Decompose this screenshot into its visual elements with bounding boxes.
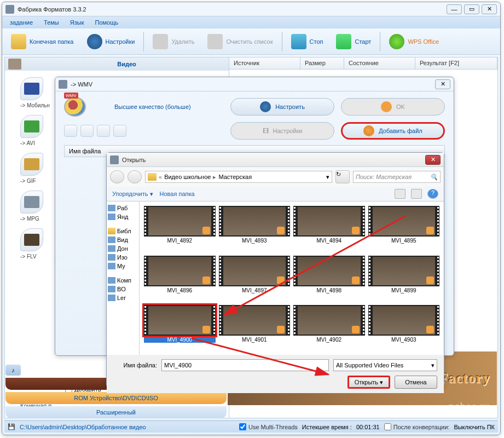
tree-item[interactable]: Янд (108, 212, 138, 221)
format-icon (24, 196, 39, 208)
file-thumb[interactable]: MVI_4898 (293, 256, 365, 301)
sidebar-item-1[interactable] (20, 115, 43, 138)
organize-menu[interactable]: Упорядочить ▾ (112, 191, 153, 198)
breadcrumb[interactable]: « Видео школьное ▸ Мастерская ▾ (145, 171, 332, 183)
output-path[interactable]: C:\Users\admin\Desktop\Обработанное виде… (20, 424, 235, 430)
music-icon (108, 263, 115, 269)
file-thumb[interactable]: MVI_4892 (144, 206, 216, 251)
search-input[interactable]: Поиск: Мастерская 🔍 (353, 171, 441, 183)
video-icon (108, 237, 115, 243)
ok-arrow-icon (381, 101, 392, 112)
wmv-titlebar[interactable]: -> WMV ✕ (55, 77, 454, 91)
file-thumb[interactable]: MVI_4897 (219, 256, 291, 301)
advanced-tab[interactable]: Расширенный (5, 406, 227, 418)
after-convert-checkbox[interactable]: После конвертации: (384, 423, 450, 430)
remove-button[interactable] (80, 125, 94, 137)
sidebar-item-0[interactable] (20, 77, 43, 100)
open-button[interactable]: Открыть ▾ (347, 376, 390, 389)
col-result[interactable]: Результат [F2] (415, 57, 497, 69)
tree-item[interactable]: Му (108, 262, 138, 270)
sidebar-item-4[interactable] (20, 228, 43, 251)
ok-button[interactable]: OK (341, 98, 445, 116)
file-thumb[interactable]: MVI_4894 (293, 206, 365, 251)
nav-back-button[interactable] (110, 170, 124, 183)
tree-item[interactable]: Комп (108, 276, 138, 285)
minimize-button[interactable]: — (447, 4, 462, 14)
nav-forward-button[interactable] (128, 170, 142, 183)
col-source[interactable]: Источник (229, 57, 300, 69)
quality-link[interactable]: Высшее качество (больше) (114, 103, 191, 110)
tree-item[interactable]: Вид (108, 235, 138, 244)
menu-help[interactable]: Помощь (90, 18, 123, 27)
file-thumb[interactable]: MVI_4902 (293, 305, 365, 350)
music-tab[interactable]: ♪ (5, 365, 21, 376)
col-size[interactable]: Размер (300, 57, 344, 69)
menu-task[interactable]: задание (5, 18, 37, 27)
range-button[interactable] (113, 125, 126, 137)
tree-item[interactable]: BO (108, 285, 138, 293)
sidebar-item-3[interactable] (20, 191, 43, 214)
file-grid[interactable]: MVI_4892MVI_4893MVI_4894MVI_4895MVI_4896… (140, 201, 444, 355)
folder-icon (148, 173, 157, 181)
file-thumb[interactable]: MVI_4899 (368, 256, 440, 301)
add-file-button[interactable]: Добавить файл (341, 122, 445, 140)
stop-button[interactable]: Стоп (287, 32, 328, 51)
file-filter-combo[interactable]: All Supported Video Files▾ (333, 359, 437, 371)
menu-language[interactable]: Язык (66, 18, 89, 27)
wps-button[interactable]: WPS Office (385, 32, 443, 51)
file-thumb[interactable]: MVI_4903 (368, 305, 440, 350)
refresh-button[interactable]: ↻ (335, 170, 350, 183)
cancel-button[interactable]: Отмена (395, 376, 437, 389)
new-folder-button[interactable]: Новая папка (160, 191, 195, 197)
menu-themes[interactable]: Темы (39, 18, 63, 27)
filename-input[interactable] (161, 359, 329, 371)
output-settings-button[interactable]: 🎞Настройки (230, 122, 334, 140)
play-badge-icon (352, 326, 360, 333)
play-badge-icon (277, 276, 285, 284)
tree-item[interactable]: Раб (108, 204, 138, 212)
file-thumb[interactable]: MVI_4895 (368, 206, 440, 251)
start-button[interactable]: Старт (332, 32, 375, 51)
configure-button[interactable]: Настроить (230, 98, 334, 116)
wmv-title: -> WMV (71, 81, 435, 88)
file-thumb[interactable]: MVI_4901 (219, 305, 291, 350)
open-close-button[interactable]: ✕ (425, 155, 441, 165)
multithread-checkbox[interactable]: Use Multi-Threads (239, 423, 298, 430)
file-name: MVI_4894 (293, 238, 365, 244)
app-title: Фабрика Форматов 3.3.2 (18, 6, 447, 13)
col-state[interactable]: Состояние (344, 57, 415, 69)
clear-list-button[interactable]: Очистить список (203, 32, 277, 51)
close-button[interactable]: ✕ (482, 4, 497, 14)
file-thumb[interactable]: MVI_4900 (144, 305, 216, 350)
wmv-close-button[interactable]: ✕ (435, 79, 450, 89)
maximize-button[interactable]: ▭ (464, 4, 479, 14)
file-thumb[interactable]: MVI_4893 (219, 206, 291, 251)
preview-pane-button[interactable] (411, 189, 422, 199)
computer-icon (108, 277, 115, 284)
play-badge-icon (352, 227, 360, 234)
doc-icon (108, 245, 115, 252)
sidebar-label: -> FLV (20, 253, 59, 260)
open-titlebar[interactable]: Открыть ✕ (107, 153, 444, 167)
settings-button[interactable]: Настройки (83, 32, 140, 51)
sidebar-item-2[interactable] (20, 153, 43, 176)
main-titlebar[interactable]: Фабрика Форматов 3.3.2 — ▭ ✕ (2, 2, 500, 16)
video-tab[interactable]: Видео (5, 57, 229, 71)
info-button[interactable] (64, 125, 77, 137)
toolbar: Конечная папка Настройки Удалить Очистит… (2, 28, 500, 55)
help-button[interactable]: ? (427, 189, 438, 199)
tree-item[interactable]: Ler (108, 293, 138, 302)
tree-item[interactable]: Дон (108, 244, 138, 253)
delete-button[interactable]: Удалить (148, 32, 199, 51)
play-button[interactable] (97, 125, 110, 137)
rom-tab[interactable]: ROM Устройство\DVD\CD\ISO (5, 392, 227, 404)
file-thumb[interactable]: MVI_4896 (144, 256, 216, 301)
file-name: MVI_4899 (368, 287, 440, 293)
folder-tree[interactable]: РабЯндБиблВидДонИзоМуКомпBOLer (107, 201, 140, 355)
output-folder-button[interactable]: Конечная папка (7, 32, 78, 51)
wmv-badge: WMV (64, 93, 78, 99)
view-mode-button[interactable] (395, 189, 405, 199)
statusbar: 💾 C:\Users\admin\Desktop\Обработанное ви… (4, 420, 498, 433)
tree-item[interactable]: Изо (108, 253, 138, 262)
tree-item[interactable]: Библ (108, 227, 138, 235)
